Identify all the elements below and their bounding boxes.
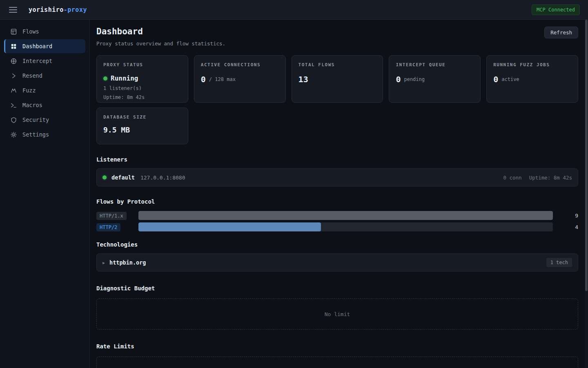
intercept-icon — [10, 58, 17, 65]
stat-value: 0 — [201, 74, 206, 84]
mcp-status-badge: MCP Connected — [532, 4, 580, 15]
active-connections-card: ACTIVE CONNECTIONS 0 / 128 max — [194, 55, 286, 103]
listener-uptime: Uptime: 8m 42s — [529, 175, 572, 181]
stat-label: INTERCEPT QUEUE — [396, 62, 474, 67]
protocol-bar-fill — [138, 211, 553, 220]
sidebar-item-settings[interactable]: Settings — [4, 128, 85, 141]
scrollbar-thumb[interactable] — [585, 20, 588, 291]
technology-row[interactable]: ▶ httpbin.org 1 tech — [96, 254, 578, 272]
technology-host: httpbin.org — [109, 259, 146, 266]
diagnostic-budget-title: Diagnostic Budget — [96, 285, 578, 292]
page-subtitle: Proxy status overview and flow statistic… — [96, 40, 225, 47]
uptime-text: Uptime: 8m 42s — [103, 94, 181, 100]
sidebar-item-label: Settings — [22, 131, 49, 138]
protocol-row-http1: HTTP/1.x 9 — [96, 211, 578, 220]
database-size-card: DATABASE SIZE 9.5 MB — [96, 108, 188, 144]
app-title: yorishiro-proxy — [29, 6, 87, 13]
total-flows-card: TOTAL FLOWS 13 — [292, 55, 383, 103]
no-limit-text: No limit — [325, 311, 350, 317]
sidebar-item-flows[interactable]: Flows — [4, 25, 85, 38]
listener-address: 127.0.0.1:8080 — [140, 175, 185, 181]
main-content: Dashboard Proxy status overview and flow… — [90, 20, 588, 368]
brand-primary: yorishiro — [29, 6, 64, 13]
listener-connections: 0 conn — [503, 175, 521, 181]
shield-icon — [10, 117, 17, 123]
terminal-icon — [10, 102, 17, 109]
expand-caret-icon[interactable]: ▶ — [102, 260, 105, 265]
tech-count-badge: 1 tech — [546, 258, 572, 267]
topbar: yorishiro-proxy MCP Connected — [0, 0, 588, 20]
stat-label: RUNNING FUZZ JOBS — [493, 62, 571, 67]
diagnostic-budget-empty-panel: No limit — [96, 298, 578, 330]
sidebar-item-macros[interactable]: Macros — [4, 98, 85, 112]
technologies-section-title: Technologies — [96, 241, 578, 248]
menu-icon[interactable] — [9, 7, 17, 13]
running-fuzz-jobs-card: RUNNING FUZZ JOBS 0 active — [486, 55, 578, 103]
stat-value: 13 — [298, 74, 308, 84]
sidebar-item-label: Intercept — [22, 58, 52, 64]
stats-grid: PROXY STATUS Running 1 listener(s) Uptim… — [96, 55, 578, 144]
refresh-button[interactable]: Refresh — [544, 27, 578, 38]
protocol-row-http2: HTTP/2 4 — [96, 222, 578, 231]
sidebar-item-dashboard[interactable]: Dashboard — [4, 39, 85, 53]
page-title: Dashboard — [96, 27, 225, 36]
sidebar-item-label: Dashboard — [22, 43, 52, 49]
protocol-bar-track — [138, 222, 553, 231]
brand-accent: -proxy — [64, 6, 87, 13]
stat-label: DATABASE SIZE — [103, 114, 181, 120]
sidebar-item-label: Resend — [22, 72, 42, 79]
stat-value: 9.5 MB — [103, 126, 130, 134]
proxy-status-card: PROXY STATUS Running 1 listener(s) Uptim… — [96, 55, 188, 103]
stat-value: Running — [111, 74, 138, 82]
listener-name: default — [111, 174, 135, 181]
sidebar-item-fuzz[interactable]: Fuzz — [4, 83, 85, 97]
stat-label: TOTAL FLOWS — [298, 62, 376, 67]
stat-value: 0 — [396, 74, 401, 84]
dashboard-icon — [10, 43, 17, 50]
stat-label: PROXY STATUS — [103, 62, 181, 67]
protocol-bar-fill — [138, 222, 321, 231]
scrollbar-track[interactable] — [585, 20, 588, 368]
protocol-count: 9 — [553, 213, 578, 219]
stat-suffix: / 128 max — [209, 76, 236, 82]
protocol-tag: HTTP/1.x — [96, 212, 127, 220]
sidebar: Flows Dashboard Intercept Resend Fuzz Ma… — [0, 20, 90, 368]
sidebar-item-label: Security — [22, 117, 49, 123]
listener-row[interactable]: default 127.0.0.1:8080 0 conn Uptime: 8m… — [96, 168, 578, 186]
protocol-bars: HTTP/1.x 9 HTTP/2 4 — [96, 211, 578, 231]
sidebar-item-label: Flows — [22, 28, 39, 35]
stat-value: 0 — [493, 74, 498, 84]
protocol-count: 4 — [553, 224, 578, 230]
sidebar-item-label: Macros — [22, 102, 42, 108]
listeners-section-title: Listeners — [96, 156, 578, 163]
status-green-dot — [103, 76, 107, 81]
protocol-bar-track — [138, 211, 553, 220]
chevron-right-icon — [10, 72, 17, 79]
fuzz-activity-icon — [10, 87, 17, 94]
stat-suffix: active — [501, 76, 519, 82]
protocol-tag: HTTP/2 — [96, 223, 120, 231]
settings-sun-icon — [10, 131, 17, 138]
stat-label: ACTIVE CONNECTIONS — [201, 62, 279, 67]
flows-by-protocol-title: Flows by Protocol — [96, 198, 578, 205]
flows-icon — [10, 28, 17, 35]
sidebar-item-label: Fuzz — [22, 87, 36, 94]
intercept-queue-card: INTERCEPT QUEUE 0 pending — [389, 55, 481, 103]
sidebar-item-security[interactable]: Security — [4, 113, 85, 127]
sidebar-item-intercept[interactable]: Intercept — [4, 54, 85, 68]
rate-limits-empty-panel: No limit — [96, 357, 578, 368]
rate-limits-title: Rate Limits — [96, 343, 578, 350]
sidebar-item-resend[interactable]: Resend — [4, 69, 85, 83]
stat-suffix: pending — [404, 76, 425, 82]
listener-count-text: 1 listener(s) — [103, 85, 181, 91]
listener-green-dot — [102, 175, 107, 180]
